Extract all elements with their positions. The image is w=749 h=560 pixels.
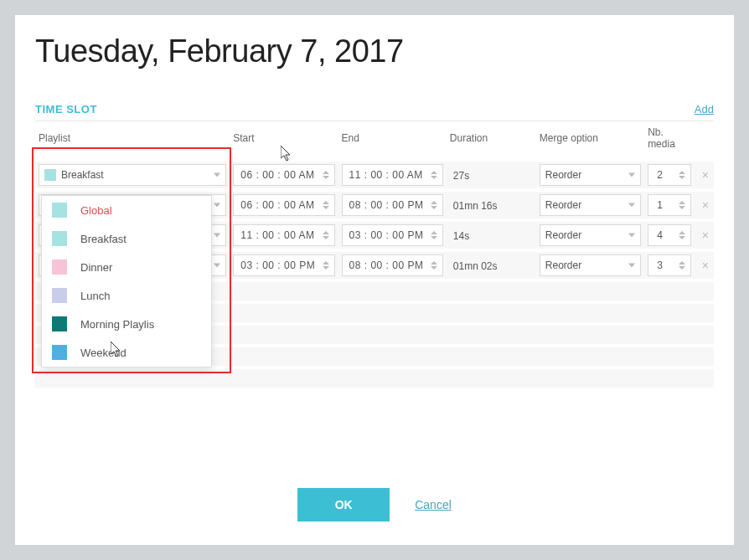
chevron-down-icon [628, 203, 635, 208]
time-spinner[interactable] [431, 256, 441, 275]
playlist-swatch [52, 288, 67, 303]
merge-select[interactable]: Reorder [540, 224, 641, 246]
playlist-swatch [52, 259, 67, 275]
playlist-swatch [52, 203, 67, 218]
column-nb-media: Nb. media [644, 121, 697, 160]
merge-select[interactable]: Reorder [540, 164, 641, 186]
duration-value: 27s [450, 170, 469, 182]
nb-media-input[interactable]: 3 [648, 254, 691, 276]
chevron-down-icon [214, 264, 220, 268]
dropdown-item-global[interactable]: Global [42, 196, 211, 224]
delete-row-button[interactable]: × [697, 250, 714, 280]
duration-value: 14s [450, 230, 469, 242]
playlist-select[interactable]: Breakfast [39, 164, 226, 186]
start-time-input[interactable]: 06 : 00 : 00 AM [233, 194, 334, 216]
section-header: TIME SLOT Add [35, 103, 714, 121]
start-time-input[interactable]: 06 : 00 : 00 AM [233, 164, 334, 186]
column-start: Start [230, 121, 338, 160]
number-spinner[interactable] [679, 166, 689, 184]
column-playlist: Playlist [35, 121, 230, 160]
end-time-input[interactable]: 08 : 00 : 00 PM [342, 254, 443, 276]
duration-value: 01mn 16s [450, 200, 498, 212]
chevron-down-icon [214, 203, 220, 208]
time-spinner[interactable] [323, 256, 333, 275]
chevron-down-icon [628, 173, 635, 177]
section-label: TIME SLOT [35, 103, 97, 116]
dialog-window: Tuesday, February 7, 2017 TIME SLOT Add … [15, 15, 734, 545]
playlist-swatch [52, 345, 67, 360]
end-time-input[interactable]: 08 : 00 : 00 PM [342, 194, 443, 216]
chevron-down-icon [214, 234, 220, 238]
playlist-value: Breakfast [61, 169, 104, 181]
page-title: Tuesday, February 7, 2017 [35, 33, 714, 69]
dropdown-item-morning[interactable]: Morning Playlis [42, 310, 211, 338]
add-link[interactable]: Add [695, 103, 714, 116]
end-time-input[interactable]: 11 : 00 : 00 AM [342, 164, 443, 186]
chevron-down-icon [628, 264, 635, 268]
nb-media-input[interactable]: 4 [648, 224, 691, 246]
column-merge: Merge option [536, 121, 644, 160]
number-spinner[interactable] [679, 226, 689, 244]
dialog-footer: OK Cancel [15, 488, 734, 521]
merge-select[interactable]: Reorder [540, 254, 641, 276]
time-spinner[interactable] [431, 166, 441, 184]
playlist-swatch [52, 316, 67, 331]
nb-media-input[interactable]: 2 [648, 164, 691, 186]
column-end: End [338, 121, 447, 160]
delete-row-button[interactable]: × [697, 160, 714, 190]
ok-button[interactable]: OK [297, 488, 390, 521]
time-spinner[interactable] [431, 226, 441, 244]
table-row: Breakfast 06 : 00 : 00 AM 11 : 00 : 00 A… [35, 160, 714, 190]
dropdown-item-breakfast[interactable]: Breakfast [42, 224, 211, 253]
start-time-input[interactable]: 11 : 00 : 00 AM [233, 224, 334, 246]
delete-row-button[interactable]: × [697, 190, 714, 220]
start-time-input[interactable]: 03 : 00 : 00 PM [233, 254, 334, 276]
column-duration: Duration [447, 121, 536, 160]
playlist-swatch [52, 231, 67, 246]
nb-media-input[interactable]: 1 [648, 194, 691, 216]
cancel-link[interactable]: Cancel [415, 498, 452, 511]
dropdown-item-lunch[interactable]: Lunch [42, 281, 211, 310]
time-spinner[interactable] [431, 196, 441, 214]
chevron-down-icon [214, 173, 220, 177]
table-row-empty [35, 367, 714, 389]
time-spinner[interactable] [323, 196, 333, 214]
end-time-input[interactable]: 03 : 00 : 00 PM [342, 224, 443, 246]
playlist-swatch [44, 169, 56, 181]
duration-value: 01mn 02s [450, 260, 498, 272]
number-spinner[interactable] [679, 196, 689, 214]
merge-select[interactable]: Reorder [540, 194, 641, 216]
dropdown-item-dinner[interactable]: Dinner [42, 253, 211, 281]
number-spinner[interactable] [679, 256, 689, 275]
dropdown-item-weekend[interactable]: Weekend [42, 338, 211, 367]
playlist-dropdown[interactable]: Global Breakfast Dinner Lunch Morning Pl… [41, 195, 212, 367]
time-spinner[interactable] [323, 226, 333, 244]
time-spinner[interactable] [323, 166, 333, 184]
chevron-down-icon [628, 234, 635, 238]
delete-row-button[interactable]: × [697, 220, 714, 250]
